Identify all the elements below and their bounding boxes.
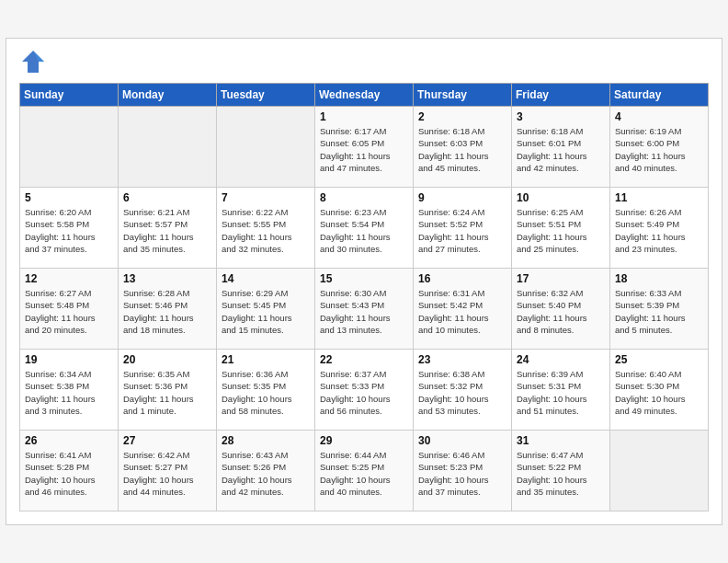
day-number: 23 (418, 353, 506, 366)
calendar-table: SundayMondayTuesdayWednesdayThursdayFrid… (19, 83, 709, 511)
calendar-cell: 27Sunrise: 6:42 AM Sunset: 5:27 PM Dayli… (119, 431, 217, 511)
day-info: Sunrise: 6:41 AM Sunset: 5:28 PM Dayligh… (25, 449, 113, 498)
calendar-cell: 28Sunrise: 6:43 AM Sunset: 5:26 PM Dayli… (217, 431, 315, 511)
calendar-cell: 16Sunrise: 6:31 AM Sunset: 5:42 PM Dayli… (414, 269, 512, 350)
day-number: 8 (320, 191, 408, 204)
day-number: 16 (418, 272, 506, 285)
calendar-week-row: 12Sunrise: 6:27 AM Sunset: 5:48 PM Dayli… (20, 269, 709, 350)
day-info: Sunrise: 6:28 AM Sunset: 5:46 PM Dayligh… (123, 287, 211, 336)
weekday-header: Sunday (20, 84, 119, 107)
day-number: 6 (123, 191, 211, 204)
calendar-header-row: SundayMondayTuesdayWednesdayThursdayFrid… (20, 84, 709, 107)
calendar-cell: 12Sunrise: 6:27 AM Sunset: 5:48 PM Dayli… (20, 269, 119, 350)
day-info: Sunrise: 6:46 AM Sunset: 5:23 PM Dayligh… (418, 449, 506, 498)
calendar-week-row: 5Sunrise: 6:20 AM Sunset: 5:58 PM Daylig… (20, 188, 709, 269)
day-info: Sunrise: 6:40 AM Sunset: 5:30 PM Dayligh… (615, 368, 703, 417)
day-number: 11 (615, 191, 703, 204)
day-number: 22 (320, 353, 408, 366)
calendar-cell: 26Sunrise: 6:41 AM Sunset: 5:28 PM Dayli… (20, 431, 119, 511)
day-info: Sunrise: 6:26 AM Sunset: 5:49 PM Dayligh… (615, 206, 703, 255)
day-number: 30 (418, 434, 506, 447)
weekday-header: Saturday (610, 84, 709, 107)
calendar-cell (217, 107, 315, 188)
weekday-header: Thursday (414, 84, 512, 107)
day-number: 5 (25, 191, 113, 204)
day-number: 15 (320, 272, 408, 285)
calendar-cell: 14Sunrise: 6:29 AM Sunset: 5:45 PM Dayli… (217, 269, 315, 350)
day-number: 24 (517, 353, 605, 366)
weekday-header: Friday (512, 84, 610, 107)
day-info: Sunrise: 6:39 AM Sunset: 5:31 PM Dayligh… (517, 368, 605, 417)
calendar-cell: 13Sunrise: 6:28 AM Sunset: 5:46 PM Dayli… (119, 269, 217, 350)
day-info: Sunrise: 6:27 AM Sunset: 5:48 PM Dayligh… (25, 287, 113, 336)
logo (19, 48, 51, 75)
day-info: Sunrise: 6:43 AM Sunset: 5:26 PM Dayligh… (222, 449, 310, 498)
day-number: 21 (222, 353, 310, 366)
day-number: 1 (320, 110, 408, 123)
calendar-cell: 24Sunrise: 6:39 AM Sunset: 5:31 PM Dayli… (512, 350, 610, 431)
day-number: 4 (615, 110, 703, 123)
calendar-cell: 10Sunrise: 6:25 AM Sunset: 5:51 PM Dayli… (512, 188, 610, 269)
calendar-cell: 15Sunrise: 6:30 AM Sunset: 5:43 PM Dayli… (315, 269, 414, 350)
day-info: Sunrise: 6:37 AM Sunset: 5:33 PM Dayligh… (320, 368, 408, 417)
calendar-cell: 20Sunrise: 6:35 AM Sunset: 5:36 PM Dayli… (119, 350, 217, 431)
day-info: Sunrise: 6:44 AM Sunset: 5:25 PM Dayligh… (320, 449, 408, 498)
day-info: Sunrise: 6:23 AM Sunset: 5:54 PM Dayligh… (320, 206, 408, 255)
calendar-header (19, 48, 709, 75)
day-info: Sunrise: 6:17 AM Sunset: 6:05 PM Dayligh… (320, 125, 408, 174)
calendar-week-row: 19Sunrise: 6:34 AM Sunset: 5:38 PM Dayli… (20, 350, 709, 431)
calendar-cell: 11Sunrise: 6:26 AM Sunset: 5:49 PM Dayli… (610, 188, 709, 269)
day-info: Sunrise: 6:18 AM Sunset: 6:03 PM Dayligh… (418, 125, 506, 174)
day-number: 26 (25, 434, 113, 447)
day-info: Sunrise: 6:35 AM Sunset: 5:36 PM Dayligh… (123, 368, 211, 417)
calendar-cell: 30Sunrise: 6:46 AM Sunset: 5:23 PM Dayli… (414, 431, 512, 511)
calendar-cell: 21Sunrise: 6:36 AM Sunset: 5:35 PM Dayli… (217, 350, 315, 431)
day-info: Sunrise: 6:25 AM Sunset: 5:51 PM Dayligh… (517, 206, 605, 255)
calendar-cell: 17Sunrise: 6:32 AM Sunset: 5:40 PM Dayli… (512, 269, 610, 350)
calendar-cell: 25Sunrise: 6:40 AM Sunset: 5:30 PM Dayli… (610, 350, 709, 431)
day-number: 3 (517, 110, 605, 123)
day-number: 14 (222, 272, 310, 285)
calendar-cell: 23Sunrise: 6:38 AM Sunset: 5:32 PM Dayli… (414, 350, 512, 431)
calendar-cell (610, 431, 709, 511)
day-number: 10 (517, 191, 605, 204)
calendar-container: SundayMondayTuesdayWednesdayThursdayFrid… (6, 38, 722, 525)
day-number: 25 (615, 353, 703, 366)
day-info: Sunrise: 6:42 AM Sunset: 5:27 PM Dayligh… (123, 449, 211, 498)
day-number: 18 (615, 272, 703, 285)
day-number: 20 (123, 353, 211, 366)
day-info: Sunrise: 6:47 AM Sunset: 5:22 PM Dayligh… (517, 449, 605, 498)
day-info: Sunrise: 6:29 AM Sunset: 5:45 PM Dayligh… (222, 287, 310, 336)
calendar-cell: 5Sunrise: 6:20 AM Sunset: 5:58 PM Daylig… (20, 188, 119, 269)
day-number: 7 (222, 191, 310, 204)
calendar-cell: 29Sunrise: 6:44 AM Sunset: 5:25 PM Dayli… (315, 431, 414, 511)
calendar-cell: 3Sunrise: 6:18 AM Sunset: 6:01 PM Daylig… (512, 107, 610, 188)
day-info: Sunrise: 6:38 AM Sunset: 5:32 PM Dayligh… (418, 368, 506, 417)
calendar-cell: 7Sunrise: 6:22 AM Sunset: 5:55 PM Daylig… (217, 188, 315, 269)
day-number: 28 (222, 434, 310, 447)
calendar-cell: 18Sunrise: 6:33 AM Sunset: 5:39 PM Dayli… (610, 269, 709, 350)
calendar-week-row: 1Sunrise: 6:17 AM Sunset: 6:05 PM Daylig… (20, 107, 709, 188)
day-number: 17 (517, 272, 605, 285)
calendar-cell: 2Sunrise: 6:18 AM Sunset: 6:03 PM Daylig… (414, 107, 512, 188)
calendar-cell (20, 107, 119, 188)
calendar-cell: 31Sunrise: 6:47 AM Sunset: 5:22 PM Dayli… (512, 431, 610, 511)
calendar-cell: 19Sunrise: 6:34 AM Sunset: 5:38 PM Dayli… (20, 350, 119, 431)
day-info: Sunrise: 6:31 AM Sunset: 5:42 PM Dayligh… (418, 287, 506, 336)
calendar-cell: 6Sunrise: 6:21 AM Sunset: 5:57 PM Daylig… (119, 188, 217, 269)
day-number: 2 (418, 110, 506, 123)
day-number: 13 (123, 272, 211, 285)
day-number: 9 (418, 191, 506, 204)
calendar-cell: 4Sunrise: 6:19 AM Sunset: 6:00 PM Daylig… (610, 107, 709, 188)
day-info: Sunrise: 6:36 AM Sunset: 5:35 PM Dayligh… (222, 368, 310, 417)
day-info: Sunrise: 6:20 AM Sunset: 5:58 PM Dayligh… (25, 206, 113, 255)
calendar-cell: 22Sunrise: 6:37 AM Sunset: 5:33 PM Dayli… (315, 350, 414, 431)
calendar-cell: 9Sunrise: 6:24 AM Sunset: 5:52 PM Daylig… (414, 188, 512, 269)
day-info: Sunrise: 6:33 AM Sunset: 5:39 PM Dayligh… (615, 287, 703, 336)
day-info: Sunrise: 6:32 AM Sunset: 5:40 PM Dayligh… (517, 287, 605, 336)
day-info: Sunrise: 6:24 AM Sunset: 5:52 PM Dayligh… (418, 206, 506, 255)
calendar-week-row: 26Sunrise: 6:41 AM Sunset: 5:28 PM Dayli… (20, 431, 709, 511)
day-number: 27 (123, 434, 211, 447)
day-number: 12 (25, 272, 113, 285)
calendar-cell (119, 107, 217, 188)
